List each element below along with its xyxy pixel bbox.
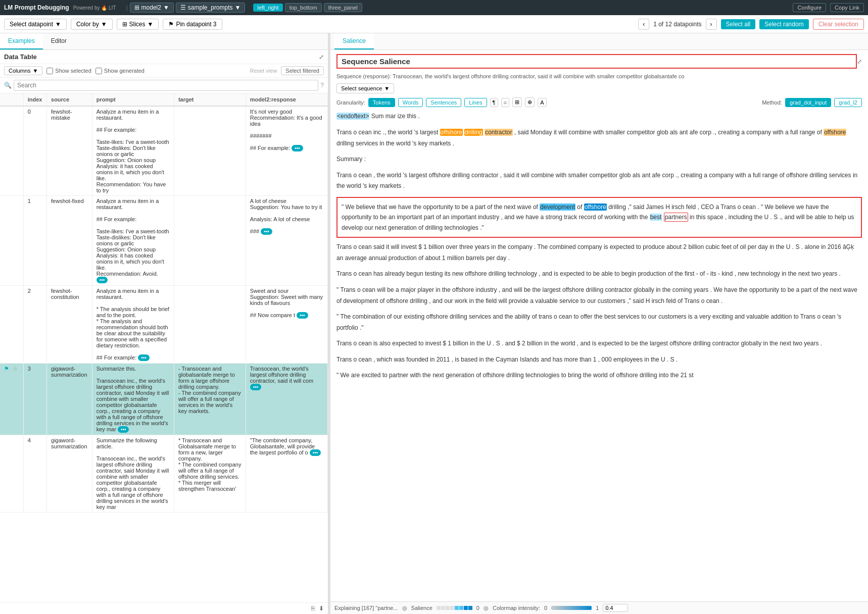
select-filtered-button[interactable]: Select filtered bbox=[281, 66, 324, 75]
gran-lines-button[interactable]: Lines bbox=[464, 98, 487, 107]
select-sequence-button[interactable]: Select sequence ▼ bbox=[336, 83, 394, 93]
tab-salience[interactable]: Salience bbox=[334, 33, 374, 49]
colormap-value-input[interactable] bbox=[603, 604, 628, 612]
search-input[interactable] bbox=[14, 80, 318, 91]
show-generated-checkbox[interactable] bbox=[95, 68, 102, 74]
colormap-max: 1 bbox=[596, 605, 599, 611]
table-row[interactable]: 2 fewshot-constitution Analyze a menu it… bbox=[0, 286, 328, 364]
gran-tokens-button[interactable]: Tokens bbox=[368, 98, 395, 107]
method-grad-l2-button[interactable]: grad_l2 bbox=[834, 98, 862, 107]
text-founded-para: Trans o cean , which was founded in 2011… bbox=[336, 354, 862, 366]
show-selected-label[interactable]: Show selected bbox=[46, 68, 91, 74]
gran-icon2-button[interactable]: ○ bbox=[501, 98, 510, 107]
right-tabs: Salience bbox=[330, 33, 868, 50]
show-generated-label[interactable]: Show generated bbox=[95, 68, 144, 74]
select-all-button[interactable]: Select all bbox=[721, 19, 756, 29]
copy-table-icon[interactable]: ⎘ bbox=[311, 605, 315, 612]
columns-chevron-icon: ▼ bbox=[32, 68, 38, 74]
tab-editor[interactable]: Editor bbox=[43, 33, 75, 49]
dataset-selector[interactable]: ☰ sample_prompts ▼ bbox=[176, 3, 246, 13]
slices-button[interactable]: ⊞ Slices ▼ bbox=[117, 19, 159, 30]
more-chip[interactable]: ••• bbox=[292, 145, 303, 151]
layout-left-right[interactable]: left_right bbox=[253, 4, 282, 12]
row-actions: ⚑ ☆ bbox=[0, 364, 23, 435]
slices-label: Slices bbox=[129, 21, 146, 28]
colormap-intensity-label: Colormap intensity: bbox=[493, 605, 540, 611]
layout-top-bottom[interactable]: top_bottom bbox=[285, 3, 322, 12]
token-endoftext[interactable]: <endoftext> bbox=[336, 113, 369, 120]
gran-text-button[interactable]: A bbox=[538, 98, 546, 107]
token-ize[interactable]: ize bbox=[398, 113, 407, 120]
table-row[interactable]: 4 gigaword-summarization Summarize the f… bbox=[0, 435, 328, 513]
more-chip[interactable]: ••• bbox=[261, 228, 272, 235]
reset-view-button[interactable]: Reset view bbox=[250, 68, 277, 74]
token-partners-boxed[interactable]: partners bbox=[664, 213, 688, 222]
gran-grid-button[interactable]: ⊞ bbox=[512, 97, 522, 107]
token-this[interactable]: this bbox=[407, 113, 418, 120]
token-drilling1[interactable]: drilling bbox=[464, 129, 483, 136]
next-datapoint-button[interactable]: › bbox=[706, 19, 717, 30]
clear-selection-button[interactable]: Clear selection bbox=[813, 19, 864, 30]
salience-text-content: <endoftext> Sum mar ize this . Trans o c… bbox=[336, 111, 862, 381]
token-offshore1[interactable]: offshore bbox=[440, 129, 463, 136]
text-invest2-para: Trans o cean is also expected to invest … bbox=[336, 338, 862, 349]
token-sum[interactable]: Sum bbox=[371, 113, 385, 120]
columns-button[interactable]: Columns ▼ bbox=[4, 66, 42, 75]
left-panel: Examples Editor Data Table ⤢ Columns ▼ S… bbox=[0, 33, 328, 614]
gran-plus-button[interactable]: ⊕ bbox=[525, 97, 535, 107]
colormap-icon: ◎ bbox=[484, 605, 489, 611]
table-row[interactable]: 1 fewshot-fixed Analyze a menu item in a… bbox=[0, 196, 328, 286]
layout-three-panel[interactable]: three_panel bbox=[324, 3, 362, 12]
text-endoftext: <endoftext> Sum mar ize this . bbox=[336, 111, 862, 122]
row-response: Sweet and sourSuggestion: Sweet with man… bbox=[246, 286, 327, 364]
data-table: index source prompt target model2:respon… bbox=[0, 93, 328, 602]
model-selector[interactable]: ⊞ model2 ▼ bbox=[130, 3, 174, 13]
row-actions bbox=[0, 106, 23, 196]
gran-icon1-button[interactable]: ¶ bbox=[490, 98, 498, 107]
row-source: fewshot-mistake bbox=[47, 106, 92, 196]
token-contractor1[interactable]: contractor bbox=[485, 129, 512, 136]
prev-datapoint-button[interactable]: ‹ bbox=[638, 19, 649, 30]
powered-by: Powered by 🔥 LIT bbox=[73, 5, 116, 11]
select-random-button[interactable]: Select random bbox=[759, 19, 808, 29]
color-by-chevron-icon: ▼ bbox=[101, 21, 107, 28]
more-chip[interactable]: ••• bbox=[297, 312, 308, 319]
method-grad-dot-button[interactable]: grad_dot_input bbox=[785, 98, 831, 107]
dataset-chevron-icon: ▼ bbox=[235, 4, 241, 11]
copy-link-button[interactable]: Copy Link bbox=[830, 3, 864, 12]
color-by-button[interactable]: Color by ▼ bbox=[71, 19, 113, 30]
tab-examples[interactable]: Examples bbox=[0, 33, 43, 49]
table-row[interactable]: 0 fewshot-mistake Analyze a menu item in… bbox=[0, 106, 328, 196]
more-chip[interactable]: ••• bbox=[118, 426, 129, 433]
token-mar[interactable]: mar bbox=[385, 113, 398, 120]
col-model-response: model2:response bbox=[246, 93, 327, 106]
row-target bbox=[174, 106, 246, 196]
more-chip[interactable]: ••• bbox=[250, 384, 262, 390]
token-offshore-sel[interactable]: offshore bbox=[584, 203, 607, 211]
text-invest-para: Trans o cean said it will invest $ 1 bil… bbox=[336, 242, 862, 264]
token-best[interactable]: best bbox=[650, 214, 662, 221]
show-selected-checkbox[interactable] bbox=[46, 68, 53, 74]
slices-chevron-icon: ▼ bbox=[148, 21, 154, 28]
configure-button[interactable]: Configure bbox=[793, 3, 826, 12]
table-row[interactable]: ⚑ ☆ 3 gigaword-summarization Summarize t… bbox=[0, 364, 328, 435]
method-label: Method: bbox=[762, 99, 782, 106]
row-index: 2 bbox=[23, 286, 46, 364]
token-development[interactable]: development bbox=[540, 203, 575, 211]
gran-words-button[interactable]: Words bbox=[398, 98, 423, 107]
expand-table-icon[interactable]: ⤢ bbox=[319, 54, 324, 61]
more-chip[interactable]: ••• bbox=[97, 277, 108, 283]
gran-sentences-button[interactable]: Sentences bbox=[426, 98, 461, 107]
more-chip[interactable]: ••• bbox=[138, 354, 150, 361]
star-icon[interactable]: ☆ bbox=[13, 366, 18, 372]
more-chip[interactable]: ••• bbox=[310, 449, 321, 456]
token-offshore2[interactable]: offshore bbox=[824, 129, 846, 136]
expand-salience-icon[interactable]: ⤢ bbox=[857, 58, 862, 65]
model-icon: ⊞ bbox=[134, 4, 139, 11]
download-table-icon[interactable]: ⬇ bbox=[319, 605, 324, 612]
row-index: 1 bbox=[23, 196, 46, 286]
pin-datapoint-button[interactable]: ⚑ Pin datapoint 3 bbox=[163, 19, 222, 30]
select-datapoint-button[interactable]: Select datapoint ▼ bbox=[4, 19, 67, 30]
token-period1[interactable]: . bbox=[418, 113, 419, 120]
data-table-title: Data Table bbox=[4, 53, 315, 61]
